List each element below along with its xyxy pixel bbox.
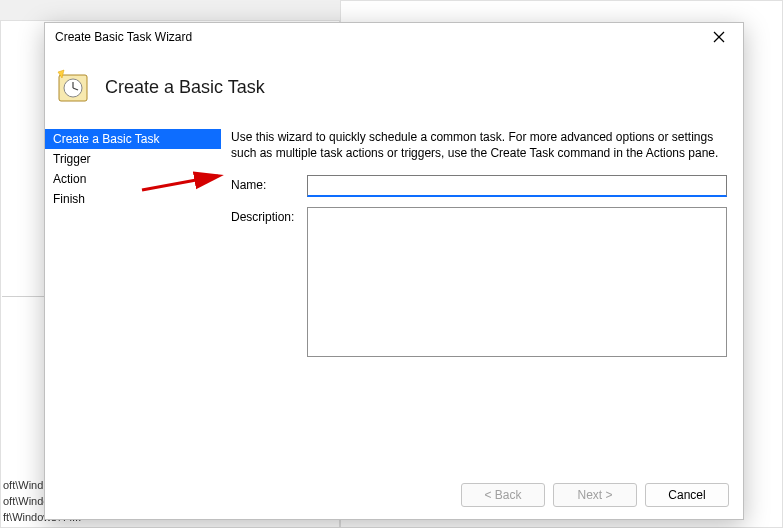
titlebar: Create Basic Task Wizard: [45, 23, 743, 51]
name-row: Name:: [231, 175, 727, 197]
description-label: Description:: [231, 207, 307, 224]
dialog-header: Create a Basic Task: [45, 51, 743, 129]
back-button[interactable]: < Back: [461, 483, 545, 507]
name-input[interactable]: [307, 175, 727, 197]
nav-item-trigger[interactable]: Trigger: [45, 149, 221, 169]
name-label: Name:: [231, 175, 307, 192]
nav-item-label: Action: [53, 172, 86, 186]
content-area: Create a Basic Task Trigger Action Finis…: [45, 129, 743, 471]
nav-item-label: Finish: [53, 192, 85, 206]
nav-item-label: Trigger: [53, 152, 91, 166]
nav-item-label: Create a Basic Task: [53, 132, 160, 146]
page-title: Create a Basic Task: [105, 77, 265, 98]
clock-task-icon: [55, 69, 91, 105]
wizard-dialog: Create Basic Task Wizard Create a Basic …: [44, 22, 744, 520]
instruction-text: Use this wizard to quickly schedule a co…: [231, 129, 727, 161]
description-row: Description:: [231, 207, 727, 357]
dialog-footer: < Back Next > Cancel: [45, 471, 743, 519]
next-button[interactable]: Next >: [553, 483, 637, 507]
nav-item-action[interactable]: Action: [45, 169, 221, 189]
description-input[interactable]: [307, 207, 727, 357]
nav-item-create-basic-task[interactable]: Create a Basic Task: [45, 129, 221, 149]
main-pane: Use this wizard to quickly schedule a co…: [221, 129, 743, 471]
close-icon: [713, 31, 725, 43]
close-button[interactable]: [701, 27, 737, 47]
nav-item-finish[interactable]: Finish: [45, 189, 221, 209]
dialog-title: Create Basic Task Wizard: [55, 30, 192, 44]
cancel-button[interactable]: Cancel: [645, 483, 729, 507]
wizard-nav: Create a Basic Task Trigger Action Finis…: [45, 129, 221, 471]
